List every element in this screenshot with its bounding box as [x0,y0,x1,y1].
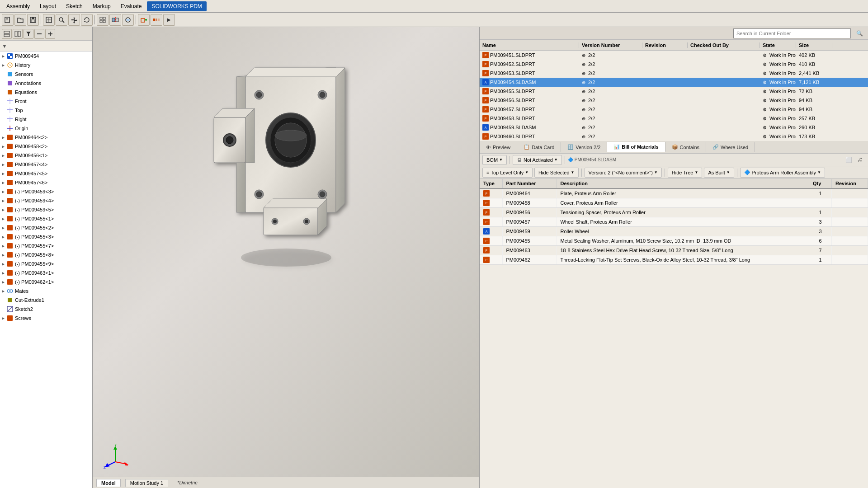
tab-motion-study[interactable]: Motion Study 1 [125,479,168,487]
tree-item[interactable]: ▶ History [0,61,92,70]
menu-layout[interactable]: Layout [35,1,61,11]
file-row[interactable]: P PM009451.SLDPRT ⊕2/2 ⚙Work in Process … [480,51,868,60]
tree-expand-arrow[interactable]: ▶ [2,208,6,212]
hide-tree-btn[interactable]: Hide Tree ▼ [668,168,703,178]
tree-expand-arrow[interactable]: ▶ [2,181,6,185]
tree-expand-arrow[interactable]: ▶ [2,154,6,158]
bom-menu-btn[interactable]: BOM ▼ [482,155,507,165]
tree-expand-arrow[interactable]: ▶ [2,316,6,320]
file-row[interactable]: A PM009459.SLDASM ⊕2/2 ⚙Work in Process … [480,123,868,132]
tree-item[interactable]: ▶ PM009457<6> [0,178,92,187]
tree-item[interactable]: ▶ PM009456<1> [0,151,92,160]
file-row[interactable]: P PM009457.SLDPRT ⊕2/2 ⚙Work in Process … [480,105,868,114]
search-button[interactable]: 🔍 [854,28,864,38]
file-row[interactable]: P PM009460.SLDPRT ⊕2/2 ⚙Work in Process … [480,132,868,141]
view-toggle-btn[interactable] [2,29,12,39]
tree-item[interactable]: Origin [0,124,92,133]
file-row[interactable]: P PM009455.SLDPRT ⊕2/2 ⚙Work in Process … [480,87,868,96]
tree-item[interactable]: ▶ Screws [0,314,92,323]
bom-table-row[interactable]: P PM009458 Cover, Proteus Arm Roller [480,198,868,208]
toolbar-appearance[interactable] [122,14,134,26]
tree-item[interactable]: Annotations [0,79,92,88]
tree-expand-arrow[interactable]: ▶ [2,63,6,67]
file-list[interactable]: P PM009451.SLDPRT ⊕2/2 ⚙Work in Process … [480,51,868,141]
tree-expand-arrow[interactable]: ▶ [2,226,6,230]
tab-preview[interactable]: 👁 Preview [480,143,517,152]
tree-item[interactable]: ▶ PM009457<5> [0,169,92,178]
toolbar-new[interactable] [2,14,14,26]
tree-item[interactable]: ▶ (-) PM009455<9> [0,259,92,268]
top-level-btn[interactable]: ≡ Top Level Only ▼ [482,168,533,178]
tree-item[interactable]: Top [0,106,92,115]
toolbar-pan[interactable] [68,14,80,26]
toolbar-add-component[interactable] [138,14,150,26]
tab-contains[interactable]: 📦 Contains [665,142,706,152]
file-row[interactable]: P PM009453.SLDPRT ⊕2/2 ⚙Work in Process … [480,69,868,78]
bom-table-row[interactable]: P PM009455 Metal Sealing Washer, Aluminu… [480,236,868,246]
bom-table-row[interactable]: P PM009463 18-8 Stainless Steel Hex Driv… [480,246,868,255]
root-expand[interactable]: ▶ [2,54,6,58]
as-built-btn[interactable]: As Built ▼ [704,168,734,178]
file-row[interactable]: P PM009456.SLDPRT ⊕2/2 ⚙Work in Process … [480,96,868,105]
tree-item[interactable]: ▶ (-) PM009455<2> [0,223,92,232]
tree-item[interactable]: ▶ (-) PM009455<3> [0,232,92,241]
pdm-print-btn[interactable]: 🖨 [855,155,865,165]
tree-expand-arrow[interactable]: ▶ [2,136,6,140]
tree-item[interactable]: ▶ (-) PM009455<8> [0,250,92,259]
display-pane-btn[interactable] [13,29,23,39]
tab-bom[interactable]: 📊 Bill of Materials [607,142,665,152]
tree-item[interactable]: ▶ (-) PM009455<7> [0,241,92,250]
assembly-btn[interactable]: 🔷 Proteus Arm Roller Assembly ▼ [740,168,825,178]
menu-solidworks-pdm[interactable]: SOLIDWORKS PDM [147,1,206,11]
search-input[interactable] [733,28,851,38]
tree-item[interactable]: ▶ PM009458<2> [0,142,92,151]
tree-item[interactable]: ▶ (-) PM009463<1> [0,268,92,277]
tree-expand-arrow[interactable]: ▶ [2,172,6,176]
tree-expand-arrow[interactable]: ▶ [2,289,6,293]
quick-filter-btn[interactable] [24,29,33,39]
toolbar-zoom-window[interactable] [56,14,67,26]
hide-selected-btn[interactable]: Hide Selected ▼ [534,168,578,178]
tree-expand-arrow[interactable]: ▶ [2,199,6,203]
menu-evaluate[interactable]: Evaluate [116,1,146,11]
feature-tree[interactable]: ▶ PM009454 ▶ History Sensors Annotations… [0,52,92,488]
tree-expand-arrow[interactable]: ▶ [2,253,6,257]
not-activated-btn[interactable]: Not Activated ▼ [513,155,562,165]
toolbar-more[interactable]: ▶ [163,14,175,26]
tree-item[interactable]: ▶ Mates [0,286,92,296]
expand-all-btn[interactable] [45,29,55,39]
tree-item[interactable]: ▶ PM009464<2> [0,133,92,142]
tree-expand-arrow[interactable]: ▶ [2,235,6,239]
menu-assembly[interactable]: Assembly [2,1,34,11]
tree-expand-arrow[interactable]: ▶ [2,244,6,248]
bom-table-row[interactable]: A PM009459 Roller Wheel 3 [480,227,868,236]
tab-version[interactable]: 🔢 Version 2/2 [561,142,607,152]
tab-data-card[interactable]: 📋 Data Card [517,142,561,152]
tree-item[interactable]: ▶ (-) PM009455<1> [0,214,92,223]
toolbar-rotate[interactable] [81,14,93,26]
menu-sketch[interactable]: Sketch [61,1,87,11]
tree-expand-arrow[interactable]: ▶ [2,271,6,275]
tree-expand-arrow[interactable]: ▶ [2,217,6,221]
bom-table-row[interactable]: P PM009457 Wheel Shaft, Proteus Arm Roll… [480,217,868,227]
toolbar-save[interactable] [27,14,39,26]
tree-item[interactable]: ▶ (-) PM009459<4> [0,196,92,205]
toolbar-open[interactable] [14,14,26,26]
file-row[interactable]: P PM009452.SLDPRT ⊕2/2 ⚙Work in Process … [480,60,868,69]
tree-item[interactable]: Front [0,97,92,106]
tree-expand-arrow[interactable]: ▶ [2,262,6,266]
tree-expand-arrow[interactable]: ▶ [2,145,6,149]
tree-expand-arrow[interactable]: ▶ [2,163,6,167]
toolbar-section[interactable] [109,14,121,26]
toolbar-zoom-fit[interactable] [43,14,55,26]
bom-table-row[interactable]: P PM009464 Plate, Proteus Arm Roller 1 [480,188,868,198]
tree-expand-arrow[interactable]: ▶ [2,190,6,194]
toolbar-view-orient[interactable] [97,14,108,26]
pdm-export-btn[interactable]: ⬜ [844,155,854,165]
tree-item[interactable]: Sensors [0,70,92,79]
bom-table-row[interactable]: P PM009456 Tensioning Spacer, Proteus Ar… [480,208,868,217]
tree-item[interactable]: Cut-Extrude1 [0,296,92,305]
tree-item[interactable]: ▶ (-) PM009459<5> [0,205,92,214]
collapse-all-btn[interactable] [34,29,44,39]
tree-item[interactable]: Equations [0,88,92,97]
